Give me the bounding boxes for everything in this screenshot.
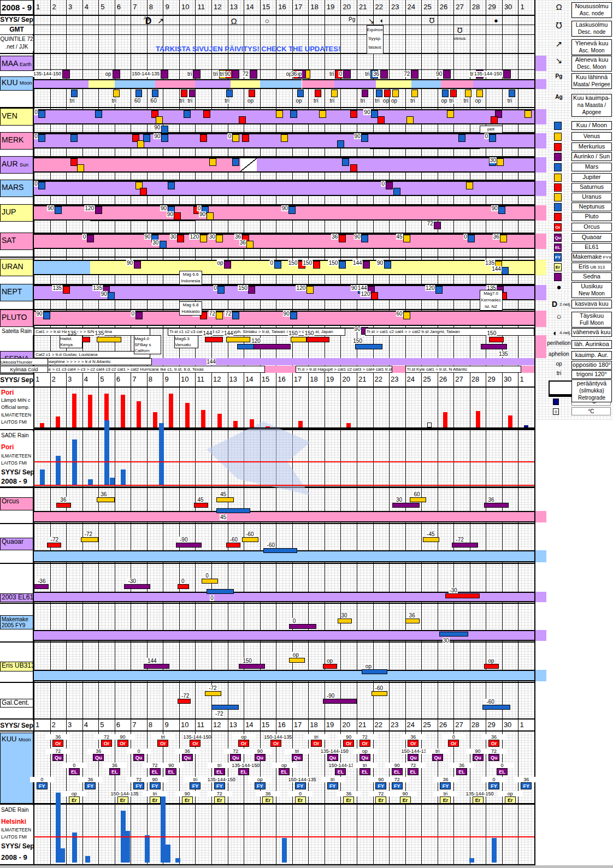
makemake-aspect-value: 30 xyxy=(443,638,450,644)
ephemeris-band xyxy=(34,260,90,275)
planet-aspect-square xyxy=(217,286,225,294)
planet-aspect-square xyxy=(38,182,45,189)
row-label-makemake: Makemake2005 FY9 xyxy=(0,615,33,629)
planet-aspect-value: 0 xyxy=(213,285,217,291)
day-header-mid: 4 xyxy=(84,375,97,383)
day-header-mid: 18 xyxy=(310,375,323,383)
row-separator xyxy=(0,730,535,732)
moon-aspect-badge-qu: Qu xyxy=(292,754,303,761)
storm-track-text: Tr.st c1 c2 c3 cat4 cat3 c2 > c1 Typh. S… xyxy=(168,328,345,336)
row-separator xyxy=(0,107,535,108)
row-label-sateita-rain: Sateita Rain xyxy=(0,328,33,335)
day-header-mid: 24 xyxy=(407,375,420,383)
day-header-bottom: 1 xyxy=(36,721,49,729)
orcus-aspect-value: 60 xyxy=(413,491,420,497)
day-gridline xyxy=(147,0,148,864)
planet-aspect-value: 144 xyxy=(352,260,363,266)
day-gridline xyxy=(292,0,293,864)
moon-aspect-value: 150-144-135 xyxy=(288,777,313,782)
bottom-strip xyxy=(0,865,613,868)
kuu-aspect-value: 60 xyxy=(151,98,157,104)
header-symbol-D: D xyxy=(145,16,152,26)
row-label-kylmaa-cold: Kylmää Cold xyxy=(0,366,48,373)
pori-temp-label: Pori xyxy=(1,389,14,396)
day-header: 19 xyxy=(327,3,340,11)
temp-bar-positive xyxy=(233,421,238,427)
galcent-aspect-bar xyxy=(323,699,357,704)
planet-aspect-square xyxy=(500,235,507,242)
rain-bar-helsinki xyxy=(469,858,474,863)
galcent-aspect-bar xyxy=(178,699,191,704)
sign-change-diagonal xyxy=(240,157,257,173)
planet-aspect-square xyxy=(306,286,314,294)
legend-text: läh. Aurinkoa xyxy=(571,340,612,349)
legend-text: vähenevä kuu xyxy=(571,328,612,337)
day-header: 30 xyxy=(504,3,517,11)
row-label-text: NEPT xyxy=(2,287,22,296)
legend-icon-kuu-kauimpa-: Ag xyxy=(546,94,571,100)
rain-reference-line xyxy=(34,836,534,837)
day-header-bottom: 5 xyxy=(100,721,113,729)
planet-aspect-value: 36 xyxy=(239,240,246,246)
moon-aspect-value: 90 xyxy=(248,748,272,754)
row-separator xyxy=(0,69,535,70)
moon-aspect-value: 72 xyxy=(353,734,377,740)
pori-rain-label: 2008 - 9 xyxy=(1,477,27,485)
day-gridline xyxy=(438,720,438,730)
planet-aspect-value: 90 xyxy=(354,133,361,139)
day-header-bottom: 29 xyxy=(487,721,500,729)
planet-aspect-value: 135 xyxy=(52,285,62,291)
planet-aspect-square xyxy=(216,235,223,242)
legend-swatch-makemake: FY xyxy=(554,253,562,261)
moon-aspect-badge-er: Er xyxy=(117,796,128,804)
planet-aspect-value: 0 xyxy=(485,133,489,139)
row-separator xyxy=(0,53,535,54)
legend-text: NoususolmuAsc. node xyxy=(571,2,612,18)
day-gridline xyxy=(179,373,180,387)
quaoar-aspect-bar xyxy=(226,543,241,548)
kuu-aspect-value: op xyxy=(383,98,389,104)
planet-aspect-value: 90 xyxy=(154,133,161,139)
legend-icon-trigoni-120-: tri xyxy=(546,370,571,377)
row-separator xyxy=(0,34,535,35)
day-gridline xyxy=(276,720,276,730)
quaoar-aspect-value: -72 xyxy=(455,537,464,543)
legend-icon-l-h-aurinkoa: perihelion xyxy=(546,340,571,347)
eris-band xyxy=(34,670,534,681)
kuu-aspect-value: tri xyxy=(180,98,184,104)
pori-rain-label: Pori xyxy=(1,443,14,451)
ephemeris-band xyxy=(34,109,534,124)
day-gridline xyxy=(211,373,212,387)
kuu-aspect-value: tri xyxy=(464,98,468,104)
eris-aspect-value: op xyxy=(292,652,299,658)
planet-aspect-value: 0 xyxy=(34,181,38,187)
gutter-band-cell xyxy=(535,630,546,641)
orcus-aspect-value: 36 xyxy=(487,497,494,503)
legend-text: Aurinko / Sun xyxy=(571,152,612,161)
row-label-text: JUP xyxy=(2,207,16,216)
makemake-aspect-bar xyxy=(338,619,352,623)
moon-aspect-badge-qu: Qu xyxy=(473,754,484,761)
planet-aspect-square xyxy=(386,182,393,189)
kuu-aspect-value: 135-144-150 xyxy=(33,71,62,77)
moon-aspect-badge-fy: FY xyxy=(255,782,266,789)
planet-aspect-square xyxy=(524,110,532,118)
day-header-mid: 19 xyxy=(326,375,339,383)
day-header: 15 xyxy=(262,3,275,11)
day-gridline xyxy=(518,0,518,864)
legend-icon-sub: 4.nelj. xyxy=(559,330,571,336)
day-header-mid: 15 xyxy=(262,375,275,383)
quaoar-aspect-value: -72 xyxy=(50,537,59,543)
day-gridline xyxy=(325,720,325,730)
moon-aspect-value: op xyxy=(248,777,272,782)
temp-bar-positive xyxy=(153,412,157,427)
moon-aspect-value: 135-144-150 xyxy=(466,791,490,796)
legend-text: kasvava kuu xyxy=(571,300,612,308)
moon-aspect-value: 90 xyxy=(143,777,167,782)
day-header-bottom: 23 xyxy=(391,721,404,729)
row-label-text: MERK xyxy=(2,135,23,144)
planet-aspect-square xyxy=(489,134,496,142)
day-header: 6 xyxy=(117,3,130,11)
planet-aspect-square xyxy=(232,312,239,319)
eris-aspect-bar xyxy=(362,669,387,674)
